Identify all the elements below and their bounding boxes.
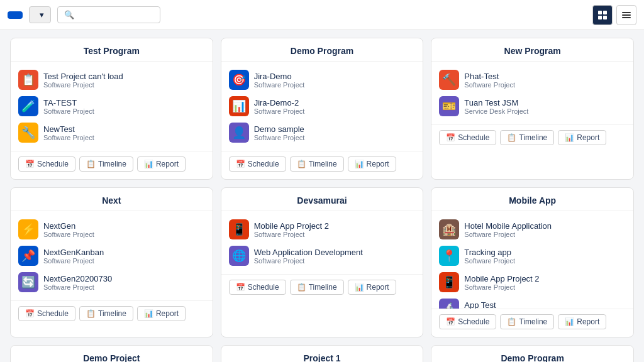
- project-type: Software Project: [43, 81, 123, 89]
- timeline-icon: 📋: [507, 317, 516, 326]
- project-item[interactable]: 📌 NextGenKanban Software Project: [18, 243, 205, 269]
- project-item[interactable]: 🌐 Web Application Development Software P…: [229, 243, 416, 269]
- report-icon: 📊: [565, 317, 574, 326]
- project-name: Test Project can't load: [43, 72, 123, 81]
- new-program-button[interactable]: [8, 11, 23, 19]
- svg-rect-6: [622, 17, 631, 18]
- project-item[interactable]: 🔄 NextGen20200730 Software Project: [18, 269, 205, 295]
- report-icon: 📊: [355, 283, 364, 292]
- timeline-button[interactable]: 📋 Timeline: [500, 130, 554, 145]
- project-name: Tracking app: [464, 248, 515, 257]
- schedule-button[interactable]: 📅 Schedule: [229, 156, 286, 172]
- card-title: Test Program: [11, 38, 213, 62]
- svg-rect-2: [598, 16, 602, 19]
- program-card-next: Next ⚡ NextGen Software Project 📌 NextGe…: [10, 187, 213, 337]
- project-name: App Test: [464, 300, 515, 309]
- bottom-partial-card: Project 1: [221, 345, 424, 362]
- menu-button[interactable]: [616, 5, 636, 25]
- report-icon: 📊: [144, 160, 153, 168]
- project-item[interactable]: 🔬 App Test Software Project: [439, 295, 626, 309]
- project-item[interactable]: 🏨 Hotel Mobile Application Software Proj…: [439, 216, 626, 243]
- report-button[interactable]: 📊 Report: [348, 156, 396, 172]
- card-projects: ⚡ NextGen Software Project 📌 NextGenKanb…: [11, 211, 213, 300]
- project-item[interactable]: 📊 Jira-Demo-2 Software Project: [229, 93, 416, 119]
- project-type: Software Project: [43, 134, 94, 141]
- header: ▾ 🔍: [0, 0, 644, 30]
- my-programs-dropdown[interactable]: ▾: [29, 6, 51, 23]
- project-type: Service Desk Project: [464, 107, 528, 115]
- project-name: Tuan Test JSM: [464, 98, 528, 107]
- timeline-button[interactable]: 📋 Timeline: [79, 156, 133, 172]
- timeline-button[interactable]: 📋 Timeline: [79, 306, 133, 321]
- schedule-button[interactable]: 📅 Schedule: [18, 156, 75, 172]
- schedule-button[interactable]: 📅 Schedule: [18, 306, 75, 321]
- card-projects: 📋 Test Project can't load Software Proje…: [11, 62, 213, 151]
- search-input[interactable]: [78, 10, 153, 19]
- card-projects: 🔨 Phat-Test Software Project 🎫 Tuan Test…: [431, 62, 633, 124]
- project-type: Software Project: [254, 107, 305, 115]
- project-item[interactable]: 📱 Mobile App Project 2 Software Project: [229, 216, 416, 243]
- project-item[interactable]: 🧪 TA-TEST Software Project: [18, 93, 205, 119]
- project-item[interactable]: 🔨 Phat-Test Software Project: [439, 67, 626, 93]
- project-type: Software Project: [464, 81, 515, 89]
- program-card-demo-program: Demo Program 🎯 Jira-Demo Software Projec…: [221, 38, 424, 180]
- project-type: Software Project: [254, 81, 305, 89]
- project-type: Software Project: [43, 257, 104, 265]
- project-type: Software Project: [464, 283, 539, 291]
- grid-view-button[interactable]: [592, 5, 613, 25]
- schedule-button[interactable]: 📅 Schedule: [439, 314, 496, 329]
- project-item[interactable]: 🎫 Tuan Test JSM Service Desk Project: [439, 93, 626, 119]
- project-item[interactable]: 👤 Demo sample Software Project: [229, 119, 416, 146]
- card-footer: 📅 Schedule 📋 Timeline 📊 Report: [431, 309, 633, 337]
- card-projects: 🏨 Hotel Mobile Application Software Proj…: [431, 211, 633, 309]
- report-icon: 📊: [565, 133, 574, 142]
- timeline-button[interactable]: 📋 Timeline: [290, 280, 344, 295]
- schedule-icon: 📅: [446, 133, 455, 142]
- project-item[interactable]: 🎯 Jira-Demo Software Project: [229, 67, 416, 93]
- report-button[interactable]: 📊 Report: [348, 280, 396, 295]
- report-button[interactable]: 📊 Report: [137, 156, 186, 172]
- project-item[interactable]: ⚡ NextGen Software Project: [18, 216, 205, 243]
- schedule-button[interactable]: 📅 Schedule: [439, 130, 496, 145]
- bottom-partial-cards: Demo ProjectProject 1Demo Program: [10, 345, 634, 362]
- program-card-test-program: Test Program 📋 Test Project can't load S…: [10, 38, 213, 180]
- project-type: Software Project: [464, 257, 515, 265]
- project-item[interactable]: 📋 Test Project can't load Software Proje…: [18, 67, 205, 93]
- card-projects: 📱 Mobile App Project 2 Software Project …: [221, 211, 423, 274]
- schedule-icon: 📅: [446, 317, 455, 326]
- timeline-button[interactable]: 📋 Timeline: [500, 314, 554, 329]
- search-box: 🔍: [57, 6, 160, 23]
- search-icon: 🔍: [64, 10, 74, 19]
- project-item[interactable]: 📍 Tracking app Software Project: [439, 243, 626, 269]
- header-right: [592, 5, 636, 25]
- project-type: Software Project: [254, 134, 305, 141]
- project-item[interactable]: 📱 Mobile App Project 2 Software Project: [439, 269, 626, 295]
- card-title: Mobile App: [431, 188, 633, 211]
- project-name: Jira-Demo-2: [254, 98, 305, 107]
- report-button[interactable]: 📊 Report: [137, 306, 186, 321]
- project-type: Software Project: [43, 231, 94, 238]
- report-button[interactable]: 📊 Report: [558, 314, 606, 329]
- card-projects: 🎯 Jira-Demo Software Project 📊 Jira-Demo…: [221, 62, 423, 151]
- report-icon: 📊: [355, 160, 364, 168]
- chevron-down-icon: ▾: [40, 10, 44, 19]
- timeline-icon: 📋: [86, 309, 96, 318]
- schedule-icon: 📅: [236, 283, 245, 292]
- program-card-devsamurai: Devsamurai 📱 Mobile App Project 2 Softwa…: [221, 187, 424, 337]
- report-button[interactable]: 📊 Report: [558, 130, 606, 145]
- timeline-icon: 📋: [507, 133, 516, 142]
- schedule-icon: 📅: [25, 309, 35, 318]
- project-name: Mobile App Project 2: [464, 274, 539, 283]
- project-type: Software Project: [464, 231, 552, 238]
- schedule-button[interactable]: 📅 Schedule: [229, 280, 286, 295]
- card-footer: 📅 Schedule 📋 Timeline 📊 Report: [221, 274, 423, 302]
- svg-rect-3: [603, 16, 607, 19]
- project-item[interactable]: 🔧 NewTest Software Project: [18, 119, 205, 146]
- card-title: Devsamurai: [221, 188, 423, 211]
- bottom-partial-card: Demo Project: [10, 345, 213, 362]
- card-footer: 📅 Schedule 📋 Timeline 📊 Report: [11, 151, 213, 179]
- report-icon: 📊: [144, 309, 153, 318]
- timeline-button[interactable]: 📋 Timeline: [290, 156, 344, 172]
- program-card-new-program: New Program 🔨 Phat-Test Software Project…: [431, 38, 634, 180]
- partial-card-title: Project 1: [231, 353, 413, 362]
